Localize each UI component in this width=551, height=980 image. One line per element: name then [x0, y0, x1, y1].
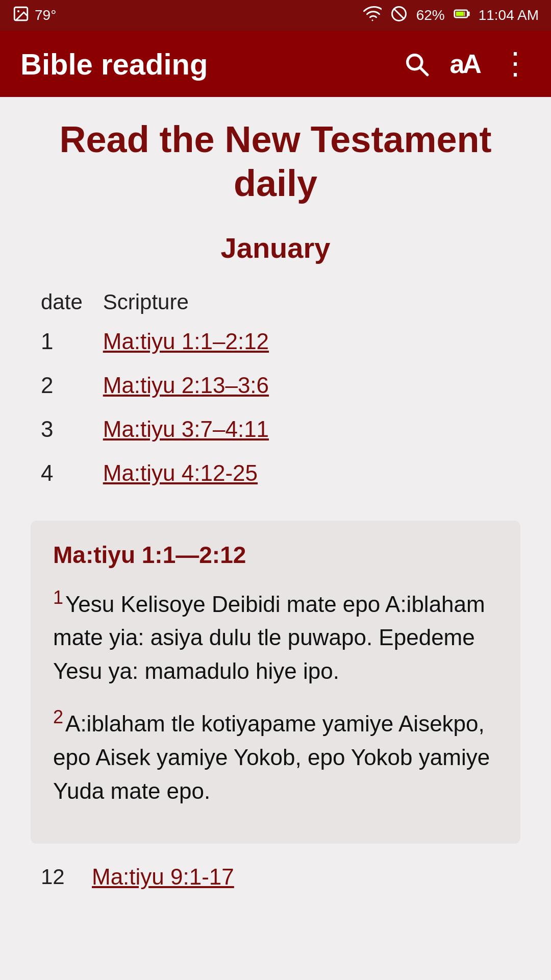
reading-table: date Scripture 1Ma:tiyu 1:1–2:122Ma:tiyu…	[31, 285, 520, 495]
reading-date: 4	[31, 451, 93, 495]
verse: 2A:iblaham tle kotiyapame yamiye Aisekpo…	[53, 703, 498, 808]
app-bar-actions: aA ⋮	[403, 48, 531, 79]
passage-title: Ma:tiyu 1:1—2:12	[53, 541, 498, 569]
image-icon	[12, 5, 30, 26]
month-heading: January	[31, 231, 520, 264]
reading-date: 1	[31, 320, 93, 363]
svg-point-1	[17, 10, 19, 12]
date-header: date	[31, 285, 93, 320]
table-header-row: date Scripture	[31, 285, 520, 320]
bottom-date: 12	[41, 865, 92, 889]
passage-box: Ma:tiyu 1:1—2:12 1Yesu Kelisoye Deibidi …	[31, 521, 520, 844]
reading-date: 2	[31, 363, 93, 407]
page-heading: Read the New Testament daily	[31, 117, 520, 206]
battery-percent: 62%	[416, 7, 445, 23]
reading-date: 3	[31, 407, 93, 451]
app-bar: Bible reading aA ⋮	[0, 31, 551, 97]
verse: 1Yesu Kelisoye Deibidi mate epo A:iblaha…	[53, 584, 498, 689]
battery-icon	[453, 5, 470, 26]
blocked-icon	[390, 5, 408, 27]
reading-scripture[interactable]: Ma:tiyu 4:12-25	[93, 451, 520, 495]
bottom-scripture[interactable]: Ma:tiyu 9:1-17	[92, 864, 234, 890]
more-icon: ⋮	[500, 55, 531, 73]
status-left: 79°	[12, 5, 56, 26]
more-options-button[interactable]: ⋮	[500, 55, 531, 73]
app-title: Bible reading	[20, 47, 208, 81]
main-content: Read the New Testament daily January dat…	[0, 97, 551, 910]
bottom-row: 12 Ma:tiyu 9:1-17	[31, 864, 520, 890]
status-right: 62% 11:04 AM	[363, 5, 539, 27]
font-size-button[interactable]: aA	[450, 48, 480, 79]
time: 11:04 AM	[479, 7, 539, 23]
table-row: 3Ma:tiyu 3:7–4:11	[31, 407, 520, 451]
reading-scripture[interactable]: Ma:tiyu 1:1–2:12	[93, 320, 520, 363]
verse-number: 1	[53, 587, 63, 608]
svg-line-3	[393, 8, 404, 19]
scripture-header: Scripture	[93, 285, 520, 320]
table-row: 2Ma:tiyu 2:13–3:6	[31, 363, 520, 407]
svg-line-8	[420, 68, 427, 75]
reading-scripture[interactable]: Ma:tiyu 2:13–3:6	[93, 363, 520, 407]
verse-number: 2	[53, 706, 63, 727]
search-icon	[403, 51, 430, 77]
table-row: 1Ma:tiyu 1:1–2:12	[31, 320, 520, 363]
table-row: 4Ma:tiyu 4:12-25	[31, 451, 520, 495]
reading-scripture[interactable]: Ma:tiyu 3:7–4:11	[93, 407, 520, 451]
font-size-icon: aA	[450, 48, 480, 79]
status-bar: 79° 62% 11:04 AM	[0, 0, 551, 31]
passage-text: 1Yesu Kelisoye Deibidi mate epo A:iblaha…	[53, 584, 498, 808]
search-button[interactable]	[403, 51, 430, 77]
svg-rect-5	[456, 11, 464, 16]
temperature: 79°	[35, 7, 56, 23]
wifi-icon	[363, 5, 382, 27]
